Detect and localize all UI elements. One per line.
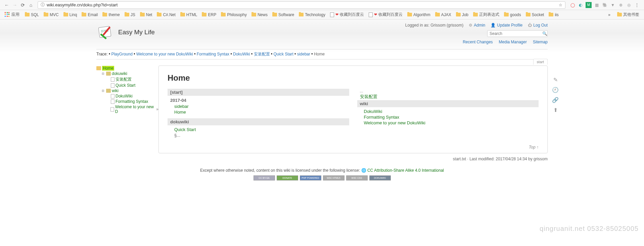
folder-icon (617, 13, 622, 16)
bookmark-item[interactable]: SQL (23, 11, 41, 18)
bookmark-item[interactable]: AJAX (433, 11, 453, 18)
bookmark-item[interactable]: goods (502, 11, 523, 18)
logout-link[interactable]: ⏻Log Out (528, 23, 548, 28)
apps-button[interactable]: 应用 (3, 11, 21, 18)
tree-page-link[interactable]: 安装配置 (116, 77, 132, 82)
edit-icon[interactable]: ✎ (551, 76, 559, 84)
breadcrumb-link[interactable]: Formatting Syntax (197, 52, 229, 56)
star-icon[interactable]: ☆ (559, 3, 562, 7)
html5-badge[interactable]: W3C HTML5 (323, 175, 344, 180)
opera-icon[interactable]: ◯ (569, 2, 576, 8)
bookmark-item[interactable]: ERP (200, 11, 218, 18)
donate-badge[interactable]: DONATE (277, 175, 298, 180)
tree-page-link[interactable]: Quick Start (116, 83, 135, 88)
list-item[interactable]: sidebar (168, 104, 349, 109)
revisions-icon[interactable]: 🕘 (551, 86, 559, 94)
bookmark-item[interactable]: 正则表达式 (471, 11, 501, 18)
breadcrumb-link[interactable]: Welcome to your new DokuWiki (136, 52, 193, 56)
bookmark-item[interactable]: Algorithm (405, 11, 432, 18)
list-item[interactable]: Home (168, 109, 349, 115)
list-item[interactable]: Quick Start (168, 127, 349, 132)
page-body: [[DW]] Easy My Life Logged in as: Grisso… (0, 19, 644, 221)
tree-namespace[interactable]: dokuwiki (112, 71, 127, 76)
bookmark-item[interactable]: Job (454, 11, 470, 18)
backlinks-icon[interactable]: 🔗 (551, 96, 559, 104)
bookmark-item[interactable]: theme (100, 11, 122, 18)
license-link[interactable]: CC Attribution-Share Alike 4.0 Internati… (367, 168, 444, 173)
tree-page-link[interactable]: Welcome to your new D (115, 105, 155, 114)
css-badge[interactable]: W3C CSS (346, 175, 368, 180)
folder-icon (82, 13, 86, 16)
cc-badge[interactable]: CC BY-SA (254, 175, 275, 180)
top-icon[interactable]: ⬆ (551, 106, 559, 114)
folder-icon (96, 66, 101, 70)
user-icon: 👤 (491, 23, 496, 28)
site-header: [[DW]] Easy My Life Logged in as: Grisso… (96, 23, 548, 44)
php-badge[interactable]: PHP POWERED (300, 175, 321, 180)
home-button[interactable]: ⌂ (27, 1, 35, 9)
top-link[interactable]: Top ↑ (168, 145, 539, 150)
bookmark-item[interactable]: News (249, 11, 270, 18)
other-bookmarks[interactable]: 其他书签 (615, 11, 641, 18)
bookmark-item[interactable]: Philosophy (219, 11, 249, 18)
tree-home[interactable]: Home (102, 66, 114, 71)
site-title[interactable]: Easy My Life (118, 29, 155, 36)
bookmark-item[interactable]: C#.Net (155, 11, 177, 18)
url-bar[interactable]: ⓘ wiki.easymylife.cn/doku.php?id=start ☆ (38, 1, 565, 9)
bookmark-item[interactable]: ❤收藏到百度云 (328, 11, 366, 18)
bookmark-item[interactable]: Linq (61, 11, 79, 18)
breadcrumb-link[interactable]: 安装配置 (254, 52, 270, 56)
sitemap-link[interactable]: Sitemap (533, 40, 548, 44)
bookmark-item[interactable]: HTML (178, 11, 199, 18)
media-manager-link[interactable]: Media Manager (499, 40, 527, 44)
recent-changes-link[interactable]: Recent Changes (463, 40, 493, 44)
search-input[interactable] (488, 31, 542, 37)
search-button[interactable]: 🔍 (542, 31, 547, 37)
ext-icon-blue[interactable]: ◐ (578, 2, 584, 8)
bookmark-item[interactable]: iis (547, 11, 560, 18)
breadcrumb: Trace: • PlayGround • Welcome to your ne… (96, 49, 548, 59)
bookmark-item[interactable]: MVC (42, 11, 61, 18)
evernote-icon[interactable]: 🐘 (602, 2, 608, 8)
dokuwiki-badge[interactable]: DOKUWIKI (369, 175, 391, 180)
bookmark-item[interactable]: Socket (524, 11, 546, 18)
list-item[interactable]: Welcome to your new DokuWiki (357, 120, 539, 126)
tree-page-link[interactable]: DokuWiki (116, 94, 133, 98)
page-icon (111, 94, 114, 98)
ext-icon-m[interactable]: M (586, 2, 592, 8)
reload-button[interactable]: ⟳ (19, 1, 27, 9)
admin-link[interactable]: ⚙Admin (469, 23, 485, 28)
breadcrumb-link[interactable]: DokuWiki (233, 52, 250, 56)
ext-icon-circle2[interactable]: ◎ (626, 2, 632, 8)
forward-button[interactable]: → (11, 1, 19, 9)
list-item[interactable]: Formatting Syntax (357, 114, 539, 120)
ext-icon-grid[interactable]: ▦ (594, 2, 600, 8)
site-logo[interactable]: [[DW]] (96, 23, 115, 41)
bookmark-item[interactable]: JS (123, 11, 137, 18)
bookmark-item[interactable]: Net (138, 11, 154, 18)
bookmark-item[interactable]: ❤收藏到百度云 (367, 11, 405, 18)
bookmark-item[interactable]: Technology (297, 11, 327, 18)
info-icon[interactable]: ⓘ (41, 2, 45, 8)
page-tab[interactable]: start (533, 59, 548, 65)
tree-toggle[interactable]: ⊟ (101, 72, 105, 75)
folder-icon (504, 13, 509, 16)
menu-icon[interactable]: ⋮ (634, 2, 640, 8)
profile-link[interactable]: 👤Update Profile (491, 23, 522, 28)
bookmark-item[interactable]: Software (270, 11, 296, 18)
bookmarks-overflow[interactable]: » (606, 12, 612, 18)
tree-page-link[interactable]: Formatting Syntax (116, 99, 148, 104)
tree-namespace[interactable]: wiki (112, 88, 119, 93)
breadcrumb-link[interactable]: Quick Start (273, 52, 293, 56)
list-item[interactable]: 安装配置 (357, 93, 539, 100)
folder-icon (435, 13, 440, 16)
tree-toggle[interactable]: ⊟ (101, 89, 105, 92)
breadcrumb-link[interactable]: sidebar (297, 52, 310, 56)
back-button[interactable]: ← (3, 1, 11, 9)
list-item[interactable]: DokuWiki (357, 109, 539, 114)
folder-icon (526, 13, 531, 16)
bookmark-item[interactable]: Email (80, 11, 100, 18)
breadcrumb-link[interactable]: PlayGround (111, 52, 132, 56)
ext-icon-v[interactable]: ▼ (610, 2, 616, 8)
ext-icon-circle[interactable]: ⊗ (618, 2, 624, 8)
